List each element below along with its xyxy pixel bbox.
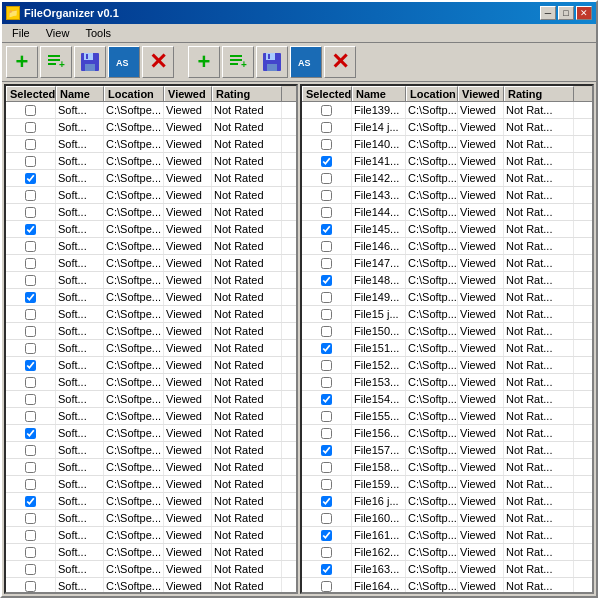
table-row[interactable]: Soft... C:\Softpe... Viewed Not Rated <box>6 170 296 187</box>
left-row-selected[interactable] <box>6 272 56 288</box>
left-row-selected[interactable] <box>6 204 56 220</box>
table-row[interactable]: File143... C:\Softp... Viewed Not Rat... <box>302 187 592 204</box>
right-row-selected[interactable] <box>302 561 352 577</box>
table-row[interactable]: Soft... C:\Softpe... Viewed Not Rated <box>6 272 296 289</box>
table-row[interactable]: File154... C:\Softp... Viewed Not Rat... <box>302 391 592 408</box>
add-list-button-r[interactable]: + <box>222 46 254 78</box>
table-row[interactable]: Soft... C:\Softpe... Viewed Not Rated <box>6 306 296 323</box>
left-row-selected[interactable] <box>6 102 56 118</box>
right-row-selected[interactable] <box>302 102 352 118</box>
left-row-selected[interactable] <box>6 136 56 152</box>
table-row[interactable]: Soft... C:\Softpe... Viewed Not Rated <box>6 493 296 510</box>
table-row[interactable]: Soft... C:\Softpe... Viewed Not Rated <box>6 510 296 527</box>
table-row[interactable]: Soft... C:\Softpe... Viewed Not Rated <box>6 136 296 153</box>
table-row[interactable]: Soft... C:\Softpe... Viewed Not Rated <box>6 578 296 592</box>
table-row[interactable]: File151... C:\Softp... Viewed Not Rat... <box>302 340 592 357</box>
delete-button-r[interactable]: ✕ <box>324 46 356 78</box>
right-header-location[interactable]: Location <box>406 86 458 101</box>
left-row-selected[interactable] <box>6 187 56 203</box>
left-row-selected[interactable] <box>6 527 56 543</box>
right-row-selected[interactable] <box>302 510 352 526</box>
right-row-selected[interactable] <box>302 238 352 254</box>
table-row[interactable]: File139... C:\Softp... Viewed Not Rat... <box>302 102 592 119</box>
table-row[interactable]: File155... C:\Softp... Viewed Not Rat... <box>302 408 592 425</box>
table-row[interactable]: File148... C:\Softp... Viewed Not Rat... <box>302 272 592 289</box>
table-row[interactable]: Soft... C:\Softpe... Viewed Not Rated <box>6 289 296 306</box>
table-row[interactable]: File146... C:\Softp... Viewed Not Rat... <box>302 238 592 255</box>
left-row-selected[interactable] <box>6 459 56 475</box>
right-row-selected[interactable] <box>302 527 352 543</box>
right-row-selected[interactable] <box>302 578 352 592</box>
left-row-selected[interactable] <box>6 306 56 322</box>
right-row-selected[interactable] <box>302 459 352 475</box>
left-row-selected[interactable] <box>6 561 56 577</box>
table-row[interactable]: Soft... C:\Softpe... Viewed Not Rated <box>6 527 296 544</box>
table-row[interactable]: Soft... C:\Softpe... Viewed Not Rated <box>6 561 296 578</box>
left-row-selected[interactable] <box>6 221 56 237</box>
left-row-selected[interactable] <box>6 391 56 407</box>
delete-button[interactable]: ✕ <box>142 46 174 78</box>
table-row[interactable]: File15 j... C:\Softp... Viewed Not Rat..… <box>302 306 592 323</box>
table-row[interactable]: Soft... C:\Softpe... Viewed Not Rated <box>6 544 296 561</box>
table-row[interactable]: File159... C:\Softp... Viewed Not Rat... <box>302 476 592 493</box>
left-row-selected[interactable] <box>6 425 56 441</box>
table-row[interactable]: Soft... C:\Softpe... Viewed Not Rated <box>6 255 296 272</box>
table-row[interactable]: Soft... C:\Softpe... Viewed Not Rated <box>6 340 296 357</box>
table-row[interactable]: File149... C:\Softp... Viewed Not Rat... <box>302 289 592 306</box>
table-row[interactable]: File14 j... C:\Softp... Viewed Not Rat..… <box>302 119 592 136</box>
right-row-selected[interactable] <box>302 170 352 186</box>
table-row[interactable]: Soft... C:\Softpe... Viewed Not Rated <box>6 204 296 221</box>
add-file-button-r[interactable]: + <box>188 46 220 78</box>
right-row-selected[interactable] <box>302 374 352 390</box>
left-row-selected[interactable] <box>6 238 56 254</box>
left-row-selected[interactable] <box>6 357 56 373</box>
add-list-button[interactable]: + <box>40 46 72 78</box>
right-row-selected[interactable] <box>302 221 352 237</box>
table-row[interactable]: File145... C:\Softp... Viewed Not Rat... <box>302 221 592 238</box>
table-row[interactable]: File141... C:\Softp... Viewed Not Rat... <box>302 153 592 170</box>
table-row[interactable]: Soft... C:\Softpe... Viewed Not Rated <box>6 442 296 459</box>
table-row[interactable]: Soft... C:\Softpe... Viewed Not Rated <box>6 391 296 408</box>
table-row[interactable]: Soft... C:\Softpe... Viewed Not Rated <box>6 119 296 136</box>
right-row-selected[interactable] <box>302 357 352 373</box>
table-row[interactable]: Soft... C:\Softpe... Viewed Not Rated <box>6 408 296 425</box>
maximize-button[interactable]: □ <box>558 6 574 20</box>
close-button[interactable]: ✕ <box>576 6 592 20</box>
table-row[interactable]: File16 j... C:\Softp... Viewed Not Rat..… <box>302 493 592 510</box>
table-row[interactable]: Soft... C:\Softpe... Viewed Not Rated <box>6 323 296 340</box>
right-row-selected[interactable] <box>302 255 352 271</box>
table-row[interactable]: File160... C:\Softp... Viewed Not Rat... <box>302 510 592 527</box>
table-row[interactable]: Soft... C:\Softpe... Viewed Not Rated <box>6 153 296 170</box>
left-row-selected[interactable] <box>6 578 56 592</box>
left-row-selected[interactable] <box>6 255 56 271</box>
right-header-rating[interactable]: Rating <box>504 86 574 101</box>
table-row[interactable]: File163... C:\Softp... Viewed Not Rat... <box>302 561 592 578</box>
left-table-body[interactable]: Soft... C:\Softpe... Viewed Not Rated So… <box>6 102 296 592</box>
table-row[interactable]: File158... C:\Softp... Viewed Not Rat... <box>302 459 592 476</box>
table-row[interactable]: Soft... C:\Softpe... Viewed Not Rated <box>6 374 296 391</box>
table-row[interactable]: Soft... C:\Softpe... Viewed Not Rated <box>6 357 296 374</box>
table-row[interactable]: File157... C:\Softp... Viewed Not Rat... <box>302 442 592 459</box>
left-header-viewed[interactable]: Viewed <box>164 86 212 101</box>
right-header-name[interactable]: Name <box>352 86 406 101</box>
table-row[interactable]: File150... C:\Softp... Viewed Not Rat... <box>302 323 592 340</box>
table-row[interactable]: File140... C:\Softp... Viewed Not Rat... <box>302 136 592 153</box>
right-header-viewed[interactable]: Viewed <box>458 86 504 101</box>
right-row-selected[interactable] <box>302 153 352 169</box>
left-row-selected[interactable] <box>6 119 56 135</box>
right-row-selected[interactable] <box>302 493 352 509</box>
right-row-selected[interactable] <box>302 306 352 322</box>
menu-file[interactable]: File <box>6 26 36 40</box>
table-row[interactable]: File147... C:\Softp... Viewed Not Rat... <box>302 255 592 272</box>
table-row[interactable]: Soft... C:\Softpe... Viewed Not Rated <box>6 187 296 204</box>
right-row-selected[interactable] <box>302 289 352 305</box>
table-row[interactable]: File142... C:\Softp... Viewed Not Rat... <box>302 170 592 187</box>
left-header-rating[interactable]: Rating <box>212 86 282 101</box>
add-file-button[interactable]: + <box>6 46 38 78</box>
table-row[interactable]: Soft... C:\Softpe... Viewed Not Rated <box>6 102 296 119</box>
right-row-selected[interactable] <box>302 340 352 356</box>
right-row-selected[interactable] <box>302 408 352 424</box>
left-row-selected[interactable] <box>6 170 56 186</box>
table-row[interactable]: Soft... C:\Softpe... Viewed Not Rated <box>6 476 296 493</box>
right-row-selected[interactable] <box>302 476 352 492</box>
